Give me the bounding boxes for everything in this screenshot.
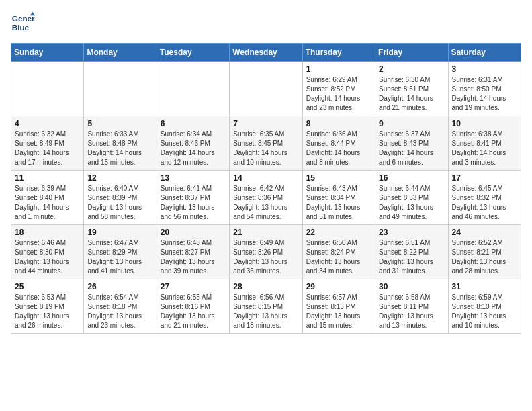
calendar-cell: 28Sunrise: 6:56 AM Sunset: 8:15 PM Dayli… [230,279,302,334]
day-info: Sunrise: 6:58 AM Sunset: 8:11 PM Dayligh… [379,293,444,330]
day-number: 2 [379,64,444,74]
calendar-cell: 22Sunrise: 6:50 AM Sunset: 8:24 PM Dayli… [302,225,375,279]
calendar-cell: 29Sunrise: 6:57 AM Sunset: 8:13 PM Dayli… [302,279,375,334]
day-info: Sunrise: 6:32 AM Sunset: 8:49 PM Dayligh… [15,130,80,167]
calendar-cell: 25Sunrise: 6:53 AM Sunset: 8:19 PM Dayli… [11,279,84,334]
day-info: Sunrise: 6:53 AM Sunset: 8:19 PM Dayligh… [15,293,80,330]
calendar-cell: 17Sunrise: 6:45 AM Sunset: 8:32 PM Dayli… [448,171,521,225]
calendar-cell: 23Sunrise: 6:51 AM Sunset: 8:22 PM Dayli… [375,225,448,279]
weekday-header-monday: Monday [84,44,157,62]
day-number: 21 [233,228,298,237]
day-number: 28 [233,282,298,291]
calendar-cell: 18Sunrise: 6:46 AM Sunset: 8:30 PM Dayli… [11,225,84,279]
calendar-cell: 2Sunrise: 6:30 AM Sunset: 8:51 PM Daylig… [375,62,448,116]
calendar-cell: 8Sunrise: 6:36 AM Sunset: 8:44 PM Daylig… [302,116,375,171]
day-number: 23 [379,228,444,237]
day-info: Sunrise: 6:31 AM Sunset: 8:50 PM Dayligh… [452,75,517,113]
day-number: 19 [87,228,152,237]
day-info: Sunrise: 6:36 AM Sunset: 8:44 PM Dayligh… [306,130,371,167]
calendar-cell: 19Sunrise: 6:47 AM Sunset: 8:29 PM Dayli… [84,225,157,279]
day-number: 15 [306,173,371,183]
day-number: 29 [306,282,371,291]
day-number: 26 [87,282,152,291]
day-number: 16 [379,173,444,183]
day-number: 30 [379,282,444,291]
day-info: Sunrise: 6:34 AM Sunset: 8:46 PM Dayligh… [161,130,226,167]
calendar-cell: 5Sunrise: 6:33 AM Sunset: 8:48 PM Daylig… [84,116,157,171]
svg-text:Blue: Blue [12,23,30,32]
day-info: Sunrise: 6:37 AM Sunset: 8:43 PM Dayligh… [379,130,444,167]
calendar-table: SundayMondayTuesdayWednesdayThursdayFrid… [11,43,521,334]
calendar-cell: 14Sunrise: 6:42 AM Sunset: 8:36 PM Dayli… [230,171,302,225]
calendar-cell [230,62,302,116]
day-number: 10 [452,119,517,128]
day-info: Sunrise: 6:38 AM Sunset: 8:41 PM Dayligh… [452,130,517,167]
day-number: 17 [452,173,517,183]
calendar-cell [157,62,229,116]
calendar-cell: 16Sunrise: 6:44 AM Sunset: 8:33 PM Dayli… [375,171,448,225]
day-info: Sunrise: 6:41 AM Sunset: 8:37 PM Dayligh… [161,184,226,222]
calendar-cell [11,62,84,116]
day-info: Sunrise: 6:30 AM Sunset: 8:51 PM Dayligh… [379,75,444,113]
day-info: Sunrise: 6:57 AM Sunset: 8:13 PM Dayligh… [306,293,371,330]
day-number: 24 [452,228,517,237]
calendar-cell: 6Sunrise: 6:34 AM Sunset: 8:46 PM Daylig… [157,116,229,171]
day-number: 12 [87,173,152,183]
calendar-cell: 12Sunrise: 6:40 AM Sunset: 8:39 PM Dayli… [84,171,157,225]
calendar-cell: 1Sunrise: 6:29 AM Sunset: 8:52 PM Daylig… [302,62,375,116]
day-info: Sunrise: 6:35 AM Sunset: 8:45 PM Dayligh… [233,130,298,167]
header: General Blue [11,11,521,35]
day-number: 20 [161,228,226,237]
weekday-header-tuesday: Tuesday [157,44,229,62]
calendar-cell: 3Sunrise: 6:31 AM Sunset: 8:50 PM Daylig… [448,62,521,116]
day-info: Sunrise: 6:48 AM Sunset: 8:27 PM Dayligh… [161,238,226,276]
day-number: 22 [306,228,371,237]
day-info: Sunrise: 6:42 AM Sunset: 8:36 PM Dayligh… [233,184,298,222]
week-row-2: 4Sunrise: 6:32 AM Sunset: 8:49 PM Daylig… [11,116,521,171]
day-info: Sunrise: 6:39 AM Sunset: 8:40 PM Dayligh… [15,184,80,222]
weekday-header-row: SundayMondayTuesdayWednesdayThursdayFrid… [11,44,521,62]
day-number: 9 [379,119,444,128]
day-number: 4 [15,119,80,128]
day-info: Sunrise: 6:59 AM Sunset: 8:10 PM Dayligh… [452,293,517,330]
calendar-cell: 31Sunrise: 6:59 AM Sunset: 8:10 PM Dayli… [448,279,521,334]
day-number: 14 [233,173,298,183]
day-info: Sunrise: 6:49 AM Sunset: 8:26 PM Dayligh… [233,238,298,276]
calendar-cell: 27Sunrise: 6:55 AM Sunset: 8:16 PM Dayli… [157,279,229,334]
week-row-1: 1Sunrise: 6:29 AM Sunset: 8:52 PM Daylig… [11,62,521,116]
calendar-cell: 30Sunrise: 6:58 AM Sunset: 8:11 PM Dayli… [375,279,448,334]
day-info: Sunrise: 6:44 AM Sunset: 8:33 PM Dayligh… [379,184,444,222]
day-info: Sunrise: 6:54 AM Sunset: 8:18 PM Dayligh… [87,293,152,330]
day-info: Sunrise: 6:33 AM Sunset: 8:48 PM Dayligh… [87,130,152,167]
day-number: 18 [15,228,80,237]
calendar-cell: 20Sunrise: 6:48 AM Sunset: 8:27 PM Dayli… [157,225,229,279]
calendar-cell: 9Sunrise: 6:37 AM Sunset: 8:43 PM Daylig… [375,116,448,171]
weekday-header-sunday: Sunday [11,44,84,62]
day-number: 25 [15,282,80,291]
day-number: 1 [306,64,371,74]
day-info: Sunrise: 6:47 AM Sunset: 8:29 PM Dayligh… [87,238,152,276]
day-info: Sunrise: 6:45 AM Sunset: 8:32 PM Dayligh… [452,184,517,222]
weekday-header-friday: Friday [375,44,448,62]
day-info: Sunrise: 6:50 AM Sunset: 8:24 PM Dayligh… [306,238,371,276]
day-number: 31 [452,282,517,291]
calendar-cell: 11Sunrise: 6:39 AM Sunset: 8:40 PM Dayli… [11,171,84,225]
weekday-header-wednesday: Wednesday [230,44,302,62]
weekday-header-thursday: Thursday [302,44,375,62]
weekday-header-saturday: Saturday [448,44,521,62]
logo: General Blue [11,11,35,35]
calendar-cell: 4Sunrise: 6:32 AM Sunset: 8:49 PM Daylig… [11,116,84,171]
day-number: 11 [15,173,80,183]
day-info: Sunrise: 6:55 AM Sunset: 8:16 PM Dayligh… [161,293,226,330]
day-info: Sunrise: 6:56 AM Sunset: 8:15 PM Dayligh… [233,293,298,330]
calendar-cell: 10Sunrise: 6:38 AM Sunset: 8:41 PM Dayli… [448,116,521,171]
day-info: Sunrise: 6:46 AM Sunset: 8:30 PM Dayligh… [15,238,80,276]
logo-icon: General Blue [11,11,35,35]
day-number: 8 [306,119,371,128]
day-info: Sunrise: 6:29 AM Sunset: 8:52 PM Dayligh… [306,75,371,113]
day-number: 27 [161,282,226,291]
week-row-5: 25Sunrise: 6:53 AM Sunset: 8:19 PM Dayli… [11,279,521,334]
calendar-cell: 15Sunrise: 6:43 AM Sunset: 8:34 PM Dayli… [302,171,375,225]
week-row-4: 18Sunrise: 6:46 AM Sunset: 8:30 PM Dayli… [11,225,521,279]
day-number: 5 [87,119,152,128]
